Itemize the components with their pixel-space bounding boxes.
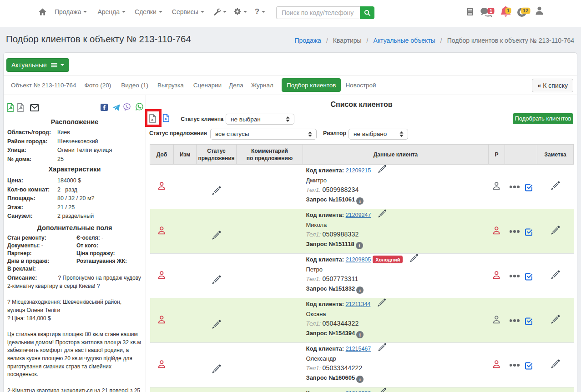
svg-text:12: 12 (523, 8, 528, 13)
svg-text:1: 1 (507, 8, 510, 13)
svg-text:x: x (151, 117, 154, 122)
svg-text:x: x (165, 116, 167, 121)
svg-text:1: 1 (490, 8, 492, 14)
